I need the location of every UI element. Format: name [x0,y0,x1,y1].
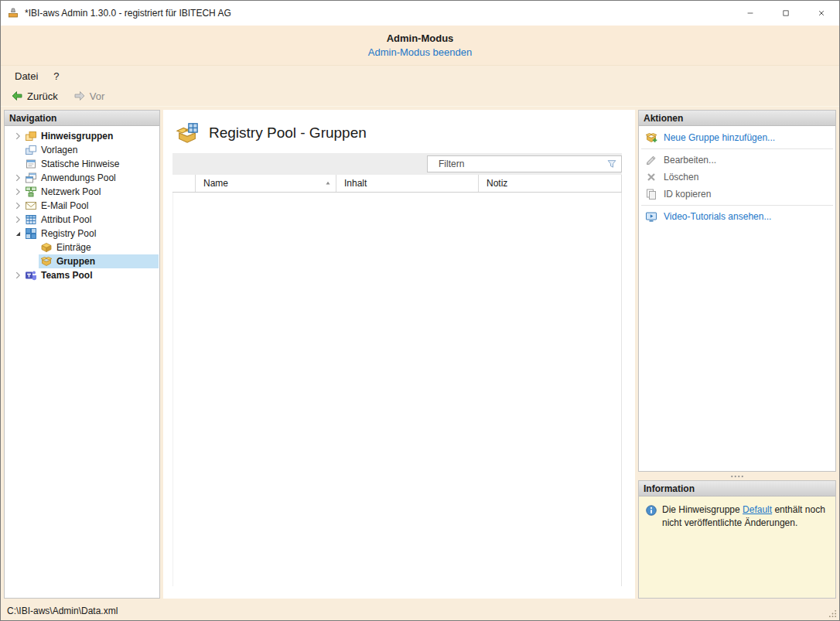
chevron-expanded-icon[interactable] [12,228,23,240]
chevron-right-icon[interactable] [12,270,23,281]
tree-item-label: Einträge [56,242,91,253]
page-title: Registry Pool - Gruppen [209,125,367,142]
actions-panel-header: Aktionen [639,111,835,126]
admin-mode-exit-link[interactable]: Admin-Modus beenden [368,46,472,58]
tree-item-label: Statische Hinweise [41,159,119,169]
action-video-tutorials[interactable]: Video-Tutorials ansehen... [639,208,835,225]
registry-pool-groups-icon [176,121,199,145]
menu-datei[interactable]: Datei [7,68,46,84]
app-icon [7,7,19,19]
action-edit[interactable]: Bearbeiten... [639,152,835,169]
toolbar: Zurück Vor [1,86,839,107]
tree-item-content: Registry Pool [23,227,159,241]
action-label: Bearbeiten... [664,155,716,165]
tree-item-vorlagen[interactable]: Vorlagen [5,143,159,157]
expander-spacer [27,256,39,268]
information-message: Die Hinweisgruppe Default enthält noch n… [662,503,829,530]
groups-icon [40,255,53,268]
column-label: Inhalt [344,178,367,189]
tree-item-content: Hinweisgruppen [23,129,159,143]
admin-mode-banner: Admin-Modus Admin-Modus beenden [1,26,839,66]
back-arrow-icon [11,90,23,102]
tree-item-content: Anwendungs Pool [23,171,159,185]
row-header-stub [172,175,196,192]
network-pool-icon [25,186,37,198]
action-label: Löschen [664,172,698,183]
column-header-inhalt[interactable]: Inhalt [336,175,479,192]
column-header-name[interactable]: Name [196,175,336,192]
close-button[interactable] [804,1,839,26]
navigation-tree: HinweisgruppenVorlagenStatische Hinweise… [5,126,159,282]
information-panel: Information Die Hinweisgruppe Default en… [638,480,836,599]
tree-item-gruppen[interactable]: Gruppen [5,254,159,268]
action-copy-id[interactable]: ID kopieren [639,186,835,203]
tree-item-label: Attribut Pool [41,214,91,225]
tree-item-hinweisgruppen[interactable]: Hinweisgruppen [5,129,159,143]
tree-item-label: Hinweisgruppen [41,131,113,142]
tree-item-eintraege[interactable]: Einträge [5,241,159,254]
info-icon [645,504,657,517]
tree-item-label: Anwendungs Pool [41,172,116,183]
menu-help[interactable]: ? [46,68,67,84]
right-column: Aktionen Neue Gruppe hinzufügen...Bearbe… [638,110,836,599]
forward-arrow-icon [73,90,86,102]
column-header-notiz[interactable]: Notiz [479,175,622,192]
video-icon [645,210,657,223]
new-group-icon [645,131,657,144]
tree-item-netzwerk-pool[interactable]: Netzwerk Pool [5,185,159,199]
tree-item-registry-pool[interactable]: Registry Pool [5,227,159,241]
tree-item-statische-hinweise[interactable]: Statische Hinweise [5,157,159,171]
admin-mode-title: Admin-Modus [1,32,839,44]
maximize-icon [782,9,790,17]
main-panel: Registry Pool - Gruppen NameInhaltNotiz [163,110,635,599]
tree-item-content: Teams Pool [23,268,159,282]
tree-item-label: Vorlagen [41,145,77,155]
statusbar: C:\IBI-aws\Admin\Data.xml [1,602,839,620]
action-label: Video-Tutorials ansehen... [664,211,771,222]
chevron-right-icon[interactable] [12,131,23,142]
action-add-group[interactable]: Neue Gruppe hinzufügen... [639,129,835,146]
entries-icon [40,241,53,254]
chevron-right-icon[interactable] [12,172,23,184]
chevron-right-icon[interactable] [12,214,23,226]
actions-list: Neue Gruppe hinzufügen...Bearbeiten...Lö… [639,126,835,225]
minimize-button[interactable] [732,1,768,26]
forward-button[interactable]: Vor [70,88,108,104]
default-group-link[interactable]: Default [743,504,772,515]
navigation-panel: Navigation HinweisgruppenVorlagenStatisc… [4,110,160,599]
action-label: Neue Gruppe hinzufügen... [664,132,775,143]
tree-item-label: E-Mail Pool [41,200,88,211]
titlebar: *IBI-aws Admin 1.30.0 - registriert für … [1,1,839,26]
tree-item-content: Attribut Pool [23,213,159,227]
tree-item-label: Netzwerk Pool [41,186,101,197]
tree-item-teams-pool[interactable]: Teams Pool [5,268,159,282]
maximize-button[interactable] [768,1,804,26]
back-button[interactable]: Zurück [8,88,61,104]
resize-grip[interactable] [828,609,838,619]
action-delete[interactable]: Löschen [639,169,835,186]
delete-icon [645,171,657,183]
content-area: Navigation HinweisgruppenVorlagenStatisc… [1,107,839,602]
panel-splitter[interactable] [638,472,836,480]
filter-box [427,155,622,172]
actions-panel: Aktionen Neue Gruppe hinzufügen...Bearbe… [638,110,836,472]
chevron-right-icon[interactable] [12,200,23,212]
filter-input[interactable] [428,159,603,169]
menubar: Datei ? [1,66,839,86]
column-label: Name [203,178,228,189]
tree-item-label: Teams Pool [41,270,92,281]
back-button-label: Zurück [27,90,58,102]
chevron-right-icon[interactable] [12,186,23,198]
table-header: NameInhaltNotiz [172,175,622,193]
templates-icon [25,144,37,156]
edit-icon [645,154,657,166]
tree-item-attribut-pool[interactable]: Attribut Pool [5,213,159,227]
tree-item-anwendungs-pool[interactable]: Anwendungs Pool [5,171,159,185]
separator [641,205,833,206]
tree-item-email-pool[interactable]: E-Mail Pool [5,199,159,213]
separator [641,148,833,149]
tree-item-content: Netzwerk Pool [23,185,159,199]
filter-funnel-icon[interactable] [603,159,621,169]
table-body [172,193,622,586]
filter-strip [172,153,622,175]
